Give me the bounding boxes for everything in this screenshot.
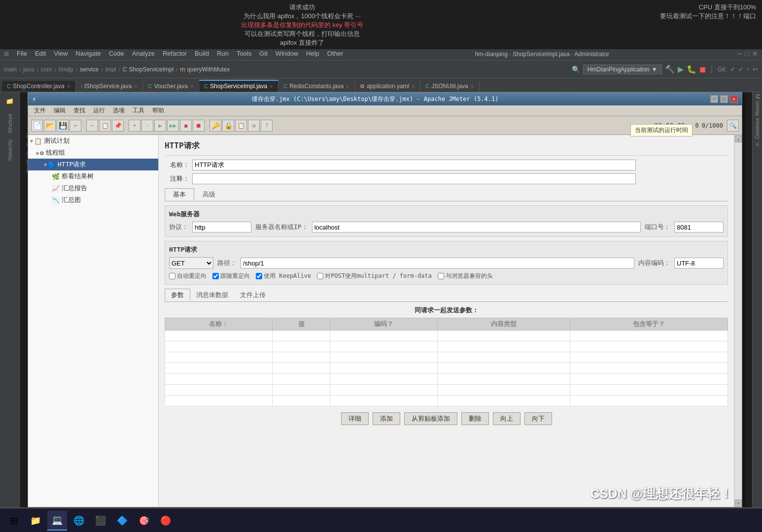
jmeter-tb-help[interactable]: ? [261, 120, 273, 132]
tab-close-5[interactable]: ✕ [411, 84, 415, 89]
jmeter-menu-edit[interactable]: 编辑 [50, 105, 69, 116]
down-btn[interactable]: 向下 [524, 412, 552, 425]
run-btn[interactable]: ▶ [678, 65, 684, 74]
encoding-input[interactable] [674, 258, 724, 268]
tab-jsonutil[interactable]: C JSONUtil.java ✕ [420, 81, 480, 92]
menu-build[interactable]: Build [191, 49, 213, 58]
jmeter-scroll-arrows[interactable]: ▼ [735, 499, 742, 506]
jmeter-tb-cut[interactable]: ✂ [86, 120, 98, 132]
jmeter-tree-item-4[interactable]: 📈 汇总报告 [28, 182, 158, 194]
tab-close-0[interactable]: ✕ [67, 84, 70, 89]
jmeter-menu-options[interactable]: 选项 [109, 105, 129, 116]
jmeter-tb-open[interactable]: 📂 [44, 120, 56, 132]
right-icon-1[interactable]: M [754, 94, 761, 99]
params-tab[interactable]: 参数 [165, 289, 190, 301]
taskbar-explorer[interactable]: 📁 [26, 511, 45, 531]
jmeter-menu-file[interactable]: 文件 [30, 105, 50, 116]
taskbar-extra[interactable]: 🔴 [156, 511, 175, 531]
jmeter-menu-tools[interactable]: 工具 [129, 105, 148, 116]
menu-help[interactable]: Help [302, 49, 323, 58]
jmeter-tb-paste[interactable]: 📌 [112, 120, 124, 132]
menu-window[interactable]: Window [272, 49, 302, 58]
add-btn[interactable]: 添加 [373, 412, 400, 425]
run-config-dropdown[interactable]: HmDianPingApplication ▼ [583, 65, 662, 74]
taskbar-cmd[interactable]: ⬛ [91, 511, 110, 531]
jmeter-tb-stop[interactable]: ◼ [180, 120, 192, 132]
jmeter-tb-remote-start[interactable]: 🔑 [209, 120, 221, 132]
body-tab[interactable]: 消息体数据 [190, 289, 234, 301]
jmeter-menu-help[interactable]: 帮助 [148, 105, 168, 116]
jmeter-close-btn[interactable]: ✕ [730, 95, 738, 103]
hierarchy-icon[interactable]: Hierarchy [2, 137, 18, 163]
jmeter-tb-template[interactable]: 🔒 [222, 120, 234, 132]
restore-btn[interactable]: □ [745, 50, 749, 58]
menu-file[interactable]: File [13, 49, 31, 58]
add-from-clipboard-btn[interactable]: 从剪贴板添加 [404, 412, 457, 425]
taskbar-rider[interactable]: 🎯 [134, 511, 154, 531]
jmeter-tree-item-2[interactable]: ▼ 🔵 HTTP请求 [28, 159, 158, 170]
menu-analyze[interactable]: Analyze [128, 49, 159, 58]
right-icon-3[interactable]: ≡ [756, 141, 759, 148]
delete-btn[interactable]: 删除 [461, 412, 489, 425]
server-input[interactable] [312, 222, 641, 233]
jmeter-max-btn[interactable]: □ [720, 95, 728, 103]
tab-voucher[interactable]: C Voucher.java ✕ [143, 81, 199, 92]
name-input[interactable] [192, 160, 636, 170]
tab-close-2[interactable]: ✕ [190, 84, 194, 89]
up-btn[interactable]: 向上 [493, 412, 520, 425]
tab-shopcontroller[interactable]: C ShopController.java ✕ [2, 81, 76, 92]
jmeter-menu-search[interactable]: 查找 [69, 105, 89, 116]
search-icon[interactable]: 🔍 [572, 66, 580, 73]
taskbar-start[interactable]: ⊞ [4, 511, 24, 531]
jmeter-tb-revert[interactable]: ↩ [69, 120, 81, 132]
jmeter-tree-item-3[interactable]: 🌿 察看结果树 [28, 170, 158, 182]
project-icon[interactable]: 📁 [2, 94, 18, 110]
jmeter-zoom-btn[interactable]: 🔍 [727, 120, 739, 132]
cb-follow-redirect[interactable]: 跟随重定向 [212, 272, 250, 280]
taskbar-chrome[interactable]: 🌐 [69, 511, 89, 531]
menu-code[interactable]: Code [105, 49, 128, 58]
method-select[interactable]: GET POST PUT DELETE [169, 257, 213, 269]
comment-input[interactable] [192, 173, 636, 184]
right-icon-db[interactable]: Database [755, 118, 760, 139]
menu-tools[interactable]: Tools [233, 49, 255, 58]
jmeter-tb-copy[interactable]: 📋 [99, 120, 111, 132]
menu-view[interactable]: View [50, 49, 71, 58]
debug-btn[interactable]: 🐛 [687, 65, 696, 74]
jmeter-tb-start[interactable]: ▶ [154, 120, 166, 132]
jmeter-tb-collapse[interactable]: - [141, 120, 153, 132]
git-check[interactable]: ✓ [730, 66, 735, 73]
tab-close-3[interactable]: ✕ [269, 84, 273, 89]
menu-edit[interactable]: Edit [31, 49, 50, 58]
jmeter-menu-run[interactable]: 运行 [89, 105, 109, 116]
stop-btn[interactable]: ◼ [699, 65, 706, 74]
cb-keepalive[interactable]: 使用 KeepAlive [256, 272, 311, 280]
tab-close-6[interactable]: ✕ [470, 84, 474, 89]
jmeter-tb-expand[interactable]: + [129, 120, 140, 132]
files-tab[interactable]: 文件上传 [234, 289, 272, 301]
menu-navigate[interactable]: Navigate [71, 49, 104, 58]
jmeter-tb-shutdown[interactable]: ⏹ [193, 120, 205, 132]
min-btn[interactable]: ─ [737, 50, 742, 58]
git-x[interactable]: ✓ [738, 66, 744, 73]
protocol-input[interactable] [192, 222, 251, 233]
menu-other[interactable]: Other [323, 49, 347, 58]
tab-application-yaml[interactable]: ⚙ application.yaml ✕ [355, 81, 420, 92]
cb-auto-redirect[interactable]: 自动重定向 [169, 272, 207, 280]
jmeter-tree-item-1[interactable]: ◉ ⚙ 线程组 [28, 147, 158, 159]
menu-run[interactable]: Run [213, 49, 233, 58]
cb-multipart[interactable]: 对POST使用multipart / form-data [317, 272, 432, 280]
tab-close-1[interactable]: ✕ [134, 84, 138, 89]
taskbar-ps[interactable]: 🔷 [112, 511, 132, 531]
nav-service[interactable]: service [80, 66, 99, 73]
menu-git[interactable]: Git [255, 49, 272, 58]
cb-browser-compat[interactable]: 与浏览器兼容的头 [438, 272, 493, 280]
jmeter-tb-settings[interactable]: ⚙ [248, 120, 260, 132]
tab-advanced[interactable]: 高级 [194, 188, 224, 201]
tab-redisconstants[interactable]: C RedisConstants.java ✕ [278, 81, 355, 92]
tab-basic[interactable]: 基本 [165, 188, 194, 201]
right-icon-2[interactable]: Maven [755, 101, 760, 116]
jmeter-tb-save[interactable]: 💾 [57, 120, 69, 132]
structure-icon[interactable]: Structure [2, 111, 18, 136]
jmeter-tb-show-log[interactable]: 📋 [235, 120, 247, 132]
